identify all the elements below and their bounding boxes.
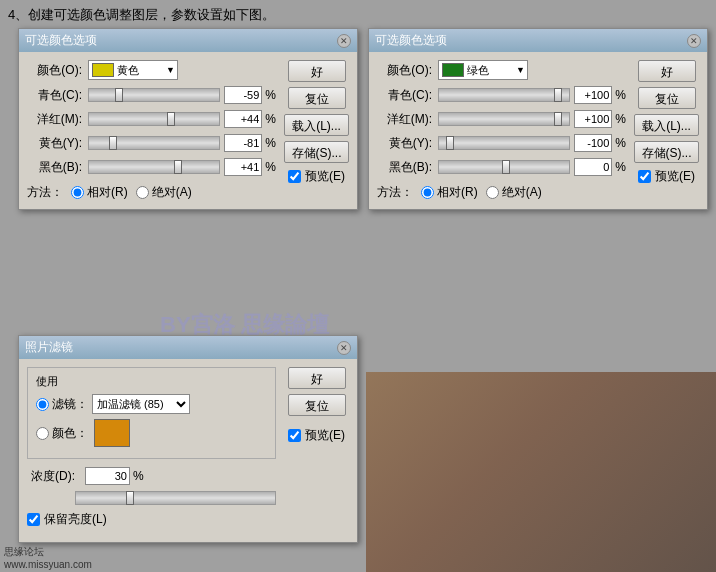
dialog2-cyan-value[interactable]: [574, 86, 612, 104]
dialog1-ok-button[interactable]: 好: [288, 60, 346, 82]
dialog3-reset-button[interactable]: 复位: [288, 394, 346, 416]
dialog3-filter-radio[interactable]: 滤镜：: [36, 396, 88, 413]
dialog2-load-button[interactable]: 载入(L)...: [634, 114, 699, 136]
dialog1-relative-radio[interactable]: 相对(R): [71, 184, 128, 201]
dialog2-method-row: 方法： 相对(R) 绝对(A): [377, 184, 626, 201]
dialog1-yellow-value[interactable]: [224, 134, 262, 152]
dialog1-title: 可选颜色选项 ✕: [19, 29, 357, 52]
dialog2-black-label: 黑色(B):: [377, 159, 432, 176]
dialog3-density-row: 浓度(D): %: [27, 467, 276, 485]
dialog2-yellow-slider[interactable]: [438, 136, 570, 150]
dialog3-color-radio[interactable]: 颜色：: [36, 425, 88, 442]
dialog2-black-row: 黑色(B): %: [377, 158, 626, 176]
dialog1-close[interactable]: ✕: [337, 34, 351, 48]
dialog3-ok-button[interactable]: 好: [288, 367, 346, 389]
dialog1-reset-button[interactable]: 复位: [288, 87, 346, 109]
dialog-selective-color-yellow: 可选颜色选项 ✕ 颜色(O): 黄色 ▼ 青色(C): %: [18, 28, 358, 210]
dialog2-color-row: 颜色(O): 绿色 ▼: [377, 60, 626, 80]
dialog1-magenta-value[interactable]: [224, 110, 262, 128]
dialog3-using-label: 使用: [36, 374, 267, 389]
dialog-photo-filter: 照片滤镜 ✕ 使用 滤镜： 加温滤镜 (85) 冷却滤镜 (80) 冷却滤镜 (…: [18, 335, 358, 543]
dialog1-cyan-row: 青色(C): %: [27, 86, 276, 104]
dialog2-title: 可选颜色选项 ✕: [369, 29, 707, 52]
dialog2-yellow-value[interactable]: [574, 134, 612, 152]
dialog1-yellow-slider[interactable]: [88, 136, 220, 150]
dialog1-black-value[interactable]: [224, 158, 262, 176]
dialog2-magenta-row: 洋红(M): %: [377, 110, 626, 128]
background-image: [366, 372, 716, 572]
dialog3-color-row: 颜色：: [36, 419, 267, 447]
dialog2-reset-button[interactable]: 复位: [638, 87, 696, 109]
dialog3-preserve-row: 保留亮度(L): [27, 511, 276, 528]
dialog3-preview-checkbox[interactable]: 预览(E): [288, 427, 345, 444]
dialog2-yellow-row: 黄色(Y): %: [377, 134, 626, 152]
dialog2-ok-button[interactable]: 好: [638, 60, 696, 82]
dialog1-cyan-slider[interactable]: [88, 88, 220, 102]
dialog2-magenta-label: 洋红(M):: [377, 111, 432, 128]
dialog1-color-row: 颜色(O): 黄色 ▼: [27, 60, 276, 80]
header-text: 4、创建可选颜色调整图层，参数设置如下图。: [8, 6, 275, 24]
dialog3-filter-select[interactable]: 加温滤镜 (85) 冷却滤镜 (80) 冷却滤镜 (LBB): [92, 394, 190, 414]
dialog1-preview-checkbox[interactable]: 预览(E): [288, 168, 345, 185]
dialog1-magenta-slider[interactable]: [88, 112, 220, 126]
dialog2-magenta-value[interactable]: [574, 110, 612, 128]
dialog1-color-dropdown[interactable]: 黄色 ▼: [88, 60, 178, 80]
dialog1-black-row: 黑色(B): %: [27, 158, 276, 176]
dialog1-method-row: 方法： 相对(R) 绝对(A): [27, 184, 276, 201]
dialog2-cyan-label: 青色(C):: [377, 87, 432, 104]
dialog2-yellow-label: 黄色(Y):: [377, 135, 432, 152]
dialog2-close[interactable]: ✕: [687, 34, 701, 48]
dialog1-save-button[interactable]: 存储(S)...: [284, 141, 349, 163]
dialog3-close[interactable]: ✕: [337, 341, 351, 355]
dialog1-absolute-radio[interactable]: 绝对(A): [136, 184, 192, 201]
dialog1-magenta-row: 洋红(M): %: [27, 110, 276, 128]
dialog1-yellow-row: 黄色(Y): %: [27, 134, 276, 152]
dialog1-black-slider[interactable]: [88, 160, 220, 174]
dialog1-black-label: 黑色(B):: [27, 159, 82, 176]
dialog3-density-slider-row: [27, 491, 276, 505]
dialog3-preserve-checkbox[interactable]: 保留亮度(L): [27, 511, 107, 528]
dialog3-density-slider[interactable]: [75, 491, 276, 505]
dialog3-density-label: 浓度(D):: [27, 468, 75, 485]
dialog1-load-button[interactable]: 载入(L)...: [284, 114, 349, 136]
dialog-selective-color-green: 可选颜色选项 ✕ 颜色(O): 绿色 ▼ 青色(C): %: [368, 28, 708, 210]
dialog2-color-dropdown[interactable]: 绿色 ▼: [438, 60, 528, 80]
dialog2-absolute-radio[interactable]: 绝对(A): [486, 184, 542, 201]
dialog2-save-button[interactable]: 存储(S)...: [634, 141, 699, 163]
dialog2-black-slider[interactable]: [438, 160, 570, 174]
dialog2-color-label: 颜色(O):: [377, 62, 432, 79]
dialog3-filter-row: 滤镜： 加温滤镜 (85) 冷却滤镜 (80) 冷却滤镜 (LBB): [36, 394, 267, 414]
dialog2-black-value[interactable]: [574, 158, 612, 176]
dialog3-using-group: 使用 滤镜： 加温滤镜 (85) 冷却滤镜 (80) 冷却滤镜 (LBB): [27, 367, 276, 459]
dialog1-color-label: 颜色(O):: [27, 62, 82, 79]
dialog1-yellow-label: 黄色(Y):: [27, 135, 82, 152]
dialog1-cyan-label: 青色(C):: [27, 87, 82, 104]
dialog2-cyan-slider[interactable]: [438, 88, 570, 102]
dialog3-color-swatch[interactable]: [94, 419, 130, 447]
dialog2-method-label: 方法：: [377, 184, 413, 201]
dialog2-cyan-row: 青色(C): %: [377, 86, 626, 104]
dialog1-method-label: 方法：: [27, 184, 63, 201]
dialog1-cyan-value[interactable]: [224, 86, 262, 104]
dialog3-density-value[interactable]: [85, 467, 130, 485]
dialog2-relative-radio[interactable]: 相对(R): [421, 184, 478, 201]
dialog2-magenta-slider[interactable]: [438, 112, 570, 126]
dialog3-title: 照片滤镜 ✕: [19, 336, 357, 359]
dialog2-preview-checkbox[interactable]: 预览(E): [638, 168, 695, 185]
dialog1-magenta-label: 洋红(M):: [27, 111, 82, 128]
footer-text: 思缘论坛 www.missyuan.com: [4, 545, 92, 570]
